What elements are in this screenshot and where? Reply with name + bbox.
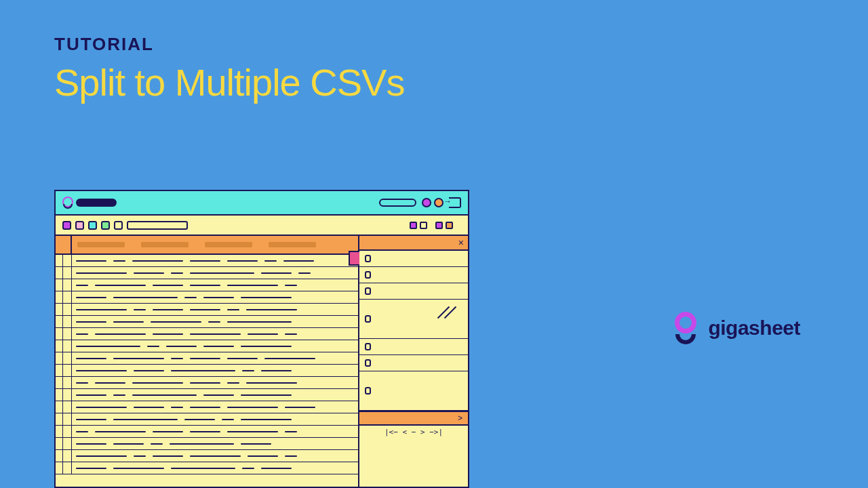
table-row[interactable] bbox=[56, 450, 358, 462]
toolbar-button[interactable] bbox=[410, 222, 417, 229]
list-item[interactable] bbox=[359, 251, 468, 267]
table-row[interactable] bbox=[56, 279, 358, 291]
toolbar-button[interactable] bbox=[114, 221, 123, 230]
toolbar-group bbox=[410, 222, 427, 229]
panel-header: × bbox=[359, 236, 468, 251]
next-icon[interactable]: > bbox=[458, 413, 462, 423]
table-row[interactable] bbox=[56, 462, 358, 474]
brand-logo: gigasheet bbox=[671, 312, 800, 344]
table-row[interactable] bbox=[56, 389, 358, 401]
column-header[interactable] bbox=[77, 242, 125, 247]
toolbar-button[interactable] bbox=[88, 221, 97, 230]
app-logo-icon bbox=[62, 197, 72, 209]
search-slot[interactable] bbox=[379, 199, 416, 207]
table-row[interactable] bbox=[56, 365, 358, 377]
side-panel: × > |<− < − > −>| bbox=[359, 236, 468, 487]
window-titlebar bbox=[56, 191, 468, 216]
table-row[interactable] bbox=[56, 377, 358, 389]
column-header[interactable] bbox=[269, 242, 316, 247]
panel-tab-handle[interactable] bbox=[349, 251, 359, 266]
app-title-pill bbox=[76, 199, 117, 207]
list-item[interactable] bbox=[359, 355, 468, 371]
close-icon[interactable]: × bbox=[458, 237, 464, 248]
spreadsheet bbox=[56, 236, 359, 487]
sheet-header bbox=[56, 236, 358, 255]
toolbar-button[interactable] bbox=[446, 222, 453, 229]
table-row[interactable] bbox=[56, 291, 358, 304]
table-row[interactable] bbox=[56, 401, 358, 413]
toolbar-button[interactable] bbox=[101, 221, 110, 230]
list-item[interactable] bbox=[359, 339, 468, 355]
page-title: Split to Multiple CSVs bbox=[54, 60, 404, 104]
table-row[interactable] bbox=[56, 255, 358, 267]
checkbox-icon[interactable] bbox=[365, 359, 371, 367]
table-row[interactable] bbox=[56, 426, 358, 438]
list-item[interactable] bbox=[359, 267, 468, 283]
workarea: × > |<− < − > −>| bbox=[56, 236, 468, 487]
pager[interactable]: |<− < − > −>| bbox=[359, 424, 468, 438]
checkbox-icon[interactable] bbox=[365, 287, 371, 295]
table-row[interactable] bbox=[56, 352, 358, 365]
list-item[interactable] bbox=[359, 283, 468, 300]
toolbar-group bbox=[435, 222, 453, 229]
window-control-dot[interactable] bbox=[434, 198, 443, 207]
sheet-body[interactable] bbox=[56, 255, 358, 487]
toolbar-field[interactable] bbox=[127, 221, 188, 230]
table-row[interactable] bbox=[56, 267, 358, 279]
column-header[interactable] bbox=[205, 242, 252, 247]
toolbar-button[interactable] bbox=[420, 222, 427, 229]
eyebrow-text: TUTORIAL bbox=[54, 34, 404, 55]
table-row[interactable] bbox=[56, 413, 358, 426]
checkbox-icon[interactable] bbox=[365, 271, 371, 279]
brand-mark-icon bbox=[671, 312, 700, 344]
window-control-dot[interactable] bbox=[422, 198, 431, 207]
checkbox-icon[interactable] bbox=[365, 315, 371, 323]
checkbox-icon[interactable] bbox=[365, 255, 371, 262]
app-window: × > |<− < − > −>| bbox=[54, 190, 469, 488]
table-row[interactable] bbox=[56, 304, 358, 316]
list-item[interactable] bbox=[359, 371, 468, 411]
table-row[interactable] bbox=[56, 316, 358, 328]
exit-icon[interactable] bbox=[449, 197, 461, 208]
panel-body: > |<− < − > −>| bbox=[359, 251, 468, 487]
table-row[interactable] bbox=[56, 438, 358, 450]
toolbar bbox=[56, 216, 468, 236]
panel-footer[interactable]: > bbox=[359, 411, 468, 424]
list-item[interactable] bbox=[359, 300, 468, 339]
toolbar-button[interactable] bbox=[62, 221, 71, 230]
checkbox-icon[interactable] bbox=[365, 387, 371, 394]
row-header-corner bbox=[56, 236, 72, 253]
brand-name: gigasheet bbox=[708, 317, 800, 340]
table-row[interactable] bbox=[56, 328, 358, 340]
checkbox-icon[interactable] bbox=[365, 343, 371, 350]
toolbar-button[interactable] bbox=[435, 222, 443, 229]
toolbar-button[interactable] bbox=[75, 221, 84, 230]
column-header[interactable] bbox=[141, 242, 189, 247]
hatch-icon bbox=[435, 312, 456, 332]
table-row[interactable] bbox=[56, 340, 358, 352]
heading-block: TUTORIAL Split to Multiple CSVs bbox=[54, 34, 404, 104]
